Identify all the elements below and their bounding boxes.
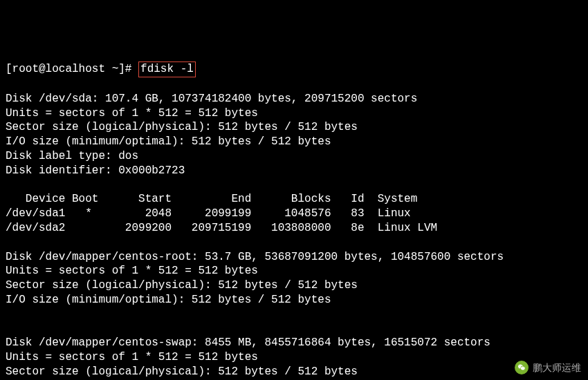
partition-row-sda2: /dev/sda2 2099200 209715199 103808000 8e… (6, 222, 437, 234)
disk-root-sector: Sector size (logical/physical): 512 byte… (6, 279, 358, 292)
wechat-icon (515, 361, 529, 374)
partition-table-header: Device Boot Start End Blocks Id System (6, 193, 417, 205)
disk-swap-units: Units = sectors of 1 * 512 = 512 bytes (6, 351, 258, 363)
disk-root-io: I/O size (minimum/optimal): 512 bytes / … (6, 294, 331, 306)
watermark: 鹏大师运维 (515, 361, 581, 374)
watermark-text: 鹏大师运维 (533, 361, 581, 374)
disk-swap-sector: Sector size (logical/physical): 512 byte… (6, 365, 358, 378)
command-highlight: fdisk -l (138, 61, 196, 77)
partition-row-sda1: /dev/sda1 * 2048 2099199 1048576 83 Linu… (6, 207, 411, 220)
disk-root-header: Disk /dev/mapper/centos-root: 53.7 GB, 5… (6, 251, 504, 263)
disk-sda-units: Units = sectors of 1 * 512 = 512 bytes (6, 107, 258, 120)
shell-prompt: [root@localhost ~]# (6, 63, 138, 75)
disk-root-units: Units = sectors of 1 * 512 = 512 bytes (6, 265, 258, 277)
disk-swap-header: Disk /dev/mapper/centos-swap: 8455 MB, 8… (6, 336, 490, 349)
disk-sda-sector: Sector size (logical/physical): 512 byte… (6, 121, 358, 133)
disk-sda-ident: Disk identifier: 0x000b2723 (6, 164, 185, 177)
disk-sda-label: Disk label type: dos (6, 150, 138, 162)
disk-sda-io: I/O size (minimum/optimal): 512 bytes / … (6, 135, 331, 148)
disk-sda-header: Disk /dev/sda: 107.4 GB, 107374182400 by… (6, 93, 417, 105)
